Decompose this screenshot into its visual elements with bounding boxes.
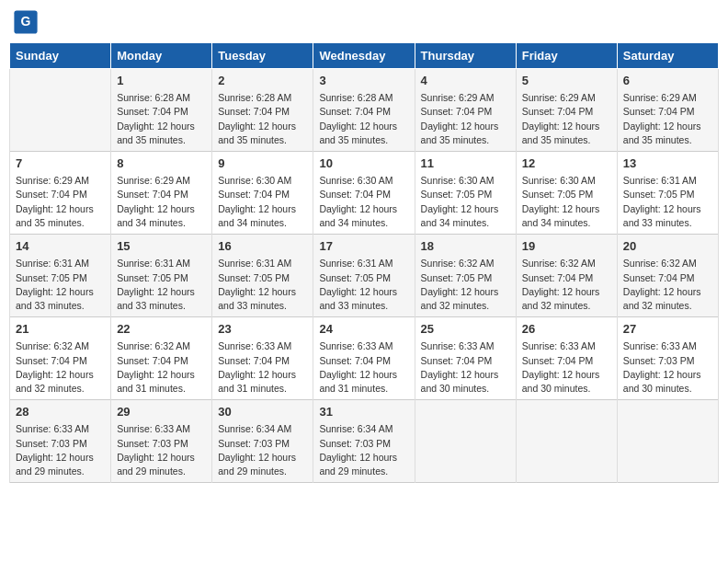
day-info: Sunrise: 6:29 AMSunset: 7:04 PMDaylight:… — [117, 174, 206, 230]
calendar-cell: 31Sunrise: 6:34 AMSunset: 7:03 PMDayligh… — [313, 400, 415, 483]
calendar-cell: 12Sunrise: 6:30 AMSunset: 7:05 PMDayligh… — [516, 152, 617, 235]
calendar-cell: 11Sunrise: 6:30 AMSunset: 7:05 PMDayligh… — [415, 152, 516, 235]
svg-text:G: G — [21, 14, 31, 29]
day-info: Sunrise: 6:30 AMSunset: 7:05 PMDaylight:… — [522, 174, 611, 230]
calendar-cell: 2Sunrise: 6:28 AMSunset: 7:04 PMDaylight… — [212, 69, 313, 152]
calendar-cell: 15Sunrise: 6:31 AMSunset: 7:05 PMDayligh… — [111, 235, 212, 317]
day-number: 3 — [319, 73, 408, 89]
day-number: 24 — [319, 321, 408, 338]
calendar-cell: 23Sunrise: 6:33 AMSunset: 7:04 PMDayligh… — [212, 317, 313, 400]
day-info: Sunrise: 6:29 AMSunset: 7:04 PMDaylight:… — [421, 91, 510, 147]
day-number: 20 — [623, 238, 712, 255]
calendar-cell: 28Sunrise: 6:33 AMSunset: 7:03 PMDayligh… — [10, 400, 111, 483]
day-info: Sunrise: 6:29 AMSunset: 7:04 PMDaylight:… — [623, 91, 712, 147]
day-number: 14 — [16, 238, 105, 255]
calendar-cell: 16Sunrise: 6:31 AMSunset: 7:05 PMDayligh… — [212, 235, 313, 317]
logo-icon: G — [13, 9, 39, 35]
day-info: Sunrise: 6:33 AMSunset: 7:03 PMDaylight:… — [623, 339, 712, 396]
calendar-week-1: 1Sunrise: 6:28 AMSunset: 7:04 PMDaylight… — [10, 69, 719, 152]
day-info: Sunrise: 6:30 AMSunset: 7:04 PMDaylight:… — [218, 174, 307, 230]
header-row: SundayMondayTuesdayWednesdayThursdayFrid… — [10, 43, 719, 69]
day-number: 6 — [623, 73, 712, 89]
day-info: Sunrise: 6:28 AMSunset: 7:04 PMDaylight:… — [117, 91, 206, 147]
header-day-friday: Friday — [516, 43, 617, 69]
calendar-cell: 18Sunrise: 6:32 AMSunset: 7:05 PMDayligh… — [415, 235, 516, 317]
day-number: 8 — [117, 155, 206, 172]
day-number: 30 — [218, 404, 307, 420]
day-number: 17 — [319, 238, 408, 255]
day-number: 27 — [623, 321, 712, 338]
calendar-cell: 30Sunrise: 6:34 AMSunset: 7:03 PMDayligh… — [212, 400, 313, 483]
calendar-cell — [617, 400, 718, 483]
calendar-week-4: 21Sunrise: 6:32 AMSunset: 7:04 PMDayligh… — [10, 317, 719, 400]
calendar-cell — [415, 400, 516, 483]
day-number: 5 — [522, 73, 611, 89]
calendar-cell: 22Sunrise: 6:32 AMSunset: 7:04 PMDayligh… — [111, 317, 212, 400]
day-info: Sunrise: 6:33 AMSunset: 7:04 PMDaylight:… — [522, 339, 611, 396]
day-info: Sunrise: 6:32 AMSunset: 7:04 PMDaylight:… — [522, 257, 611, 313]
day-info: Sunrise: 6:32 AMSunset: 7:05 PMDaylight:… — [421, 257, 510, 313]
day-number: 13 — [623, 155, 712, 172]
day-number: 12 — [522, 155, 611, 172]
header-day-tuesday: Tuesday — [212, 43, 313, 69]
day-info: Sunrise: 6:33 AMSunset: 7:04 PMDaylight:… — [218, 339, 307, 396]
header-day-thursday: Thursday — [415, 43, 516, 69]
header-day-monday: Monday — [111, 43, 212, 69]
calendar-cell: 10Sunrise: 6:30 AMSunset: 7:04 PMDayligh… — [313, 152, 415, 235]
day-info: Sunrise: 6:33 AMSunset: 7:04 PMDaylight:… — [421, 339, 510, 396]
day-info: Sunrise: 6:33 AMSunset: 7:04 PMDaylight:… — [319, 339, 408, 396]
calendar-cell: 3Sunrise: 6:28 AMSunset: 7:04 PMDaylight… — [313, 69, 415, 152]
day-info: Sunrise: 6:32 AMSunset: 7:04 PMDaylight:… — [117, 339, 206, 396]
day-info: Sunrise: 6:32 AMSunset: 7:04 PMDaylight:… — [623, 257, 712, 313]
calendar-cell: 17Sunrise: 6:31 AMSunset: 7:05 PMDayligh… — [313, 235, 415, 317]
day-info: Sunrise: 6:31 AMSunset: 7:05 PMDaylight:… — [218, 257, 307, 313]
calendar-header: SundayMondayTuesdayWednesdayThursdayFrid… — [10, 43, 719, 69]
day-info: Sunrise: 6:32 AMSunset: 7:04 PMDaylight:… — [16, 339, 105, 396]
calendar-cell: 29Sunrise: 6:33 AMSunset: 7:03 PMDayligh… — [111, 400, 212, 483]
day-info: Sunrise: 6:31 AMSunset: 7:05 PMDaylight:… — [16, 257, 105, 313]
calendar-cell — [516, 400, 617, 483]
logo: G — [13, 9, 40, 35]
day-number: 23 — [218, 321, 307, 338]
day-number: 29 — [117, 404, 206, 420]
calendar-cell: 7Sunrise: 6:29 AMSunset: 7:04 PMDaylight… — [10, 152, 111, 235]
calendar-cell: 26Sunrise: 6:33 AMSunset: 7:04 PMDayligh… — [516, 317, 617, 400]
day-number: 11 — [421, 155, 510, 172]
day-number: 21 — [16, 321, 105, 338]
day-info: Sunrise: 6:31 AMSunset: 7:05 PMDaylight:… — [117, 257, 206, 313]
calendar-cell: 9Sunrise: 6:30 AMSunset: 7:04 PMDaylight… — [212, 152, 313, 235]
calendar-cell — [10, 69, 111, 152]
day-info: Sunrise: 6:29 AMSunset: 7:04 PMDaylight:… — [16, 174, 105, 230]
day-number: 18 — [421, 238, 510, 255]
day-info: Sunrise: 6:30 AMSunset: 7:04 PMDaylight:… — [319, 174, 408, 230]
header-day-wednesday: Wednesday — [313, 43, 415, 69]
day-info: Sunrise: 6:33 AMSunset: 7:03 PMDaylight:… — [117, 422, 206, 478]
calendar-week-3: 14Sunrise: 6:31 AMSunset: 7:05 PMDayligh… — [10, 235, 719, 317]
calendar-cell: 14Sunrise: 6:31 AMSunset: 7:05 PMDayligh… — [10, 235, 111, 317]
day-number: 19 — [522, 238, 611, 255]
day-number: 16 — [218, 238, 307, 255]
page-header: G — [9, 9, 719, 35]
header-day-sunday: Sunday — [10, 43, 111, 69]
day-number: 9 — [218, 155, 307, 172]
calendar-cell: 8Sunrise: 6:29 AMSunset: 7:04 PMDaylight… — [111, 152, 212, 235]
calendar-cell: 24Sunrise: 6:33 AMSunset: 7:04 PMDayligh… — [313, 317, 415, 400]
calendar-cell: 25Sunrise: 6:33 AMSunset: 7:04 PMDayligh… — [415, 317, 516, 400]
calendar-week-5: 28Sunrise: 6:33 AMSunset: 7:03 PMDayligh… — [10, 400, 719, 483]
calendar-cell: 4Sunrise: 6:29 AMSunset: 7:04 PMDaylight… — [415, 69, 516, 152]
header-day-saturday: Saturday — [617, 43, 718, 69]
day-number: 2 — [218, 73, 307, 89]
calendar-table: SundayMondayTuesdayWednesdayThursdayFrid… — [9, 42, 719, 483]
day-info: Sunrise: 6:34 AMSunset: 7:03 PMDaylight:… — [218, 422, 307, 478]
calendar-cell: 5Sunrise: 6:29 AMSunset: 7:04 PMDaylight… — [516, 69, 617, 152]
calendar-cell: 6Sunrise: 6:29 AMSunset: 7:04 PMDaylight… — [617, 69, 718, 152]
day-number: 28 — [16, 404, 105, 420]
day-number: 26 — [522, 321, 611, 338]
day-info: Sunrise: 6:33 AMSunset: 7:03 PMDaylight:… — [16, 422, 105, 478]
day-number: 10 — [319, 155, 408, 172]
day-number: 22 — [117, 321, 206, 338]
day-number: 25 — [421, 321, 510, 338]
calendar-cell: 21Sunrise: 6:32 AMSunset: 7:04 PMDayligh… — [10, 317, 111, 400]
calendar-cell: 1Sunrise: 6:28 AMSunset: 7:04 PMDaylight… — [111, 69, 212, 152]
calendar-cell: 20Sunrise: 6:32 AMSunset: 7:04 PMDayligh… — [617, 235, 718, 317]
